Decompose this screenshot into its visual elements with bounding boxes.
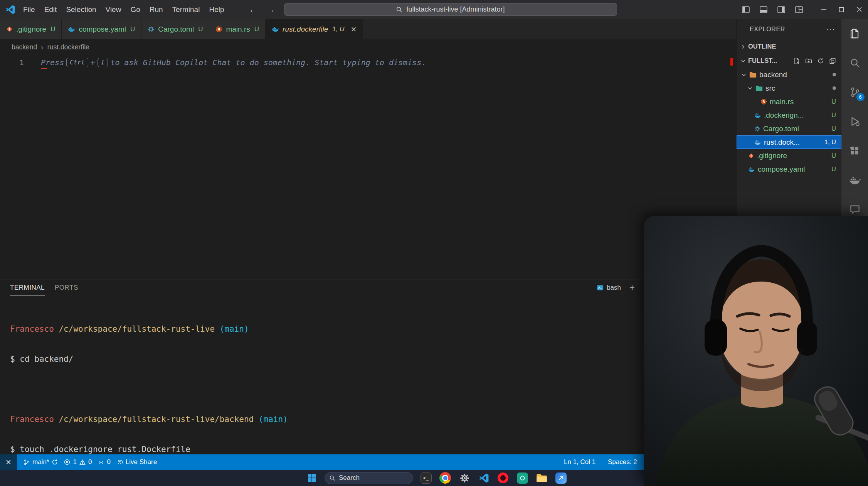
toggle-panel-icon[interactable] bbox=[759, 5, 768, 14]
vscode-app-icon[interactable] bbox=[477, 471, 490, 484]
breadcrumb: backend › rust.dockerfile bbox=[0, 39, 736, 55]
cursor-mark bbox=[41, 68, 47, 69]
tree-item-dockerignore[interactable]: .dockerign... U bbox=[737, 108, 841, 122]
opera-app-icon[interactable] bbox=[496, 471, 510, 484]
breadcrumb-file[interactable]: rust.dockerfile bbox=[47, 43, 89, 51]
tree-item-src[interactable]: src bbox=[737, 81, 841, 95]
collapse-all-icon[interactable] bbox=[829, 57, 836, 64]
refresh-icon[interactable] bbox=[817, 57, 824, 64]
tab-git-badge: U bbox=[198, 25, 203, 33]
start-button[interactable] bbox=[305, 471, 318, 484]
tab-compose-yaml[interactable]: compose.yaml U bbox=[62, 19, 141, 39]
green-app-icon[interactable] bbox=[516, 471, 529, 484]
git-badge: U bbox=[831, 152, 836, 159]
menu-help[interactable]: Help bbox=[204, 0, 229, 19]
blue-app-icon[interactable] bbox=[554, 471, 567, 484]
chat-icon[interactable] bbox=[848, 202, 862, 216]
svg-text:R: R bbox=[218, 27, 220, 31]
tab-label: rust.dockerfile bbox=[283, 25, 328, 34]
terminal-prompt-line: Francesco /c/workspace/fullstack-rust-li… bbox=[10, 414, 736, 424]
run-debug-icon[interactable] bbox=[848, 115, 862, 128]
terminal-app-icon[interactable]: >_ bbox=[419, 471, 432, 484]
tree-item-cargo-toml[interactable]: Cargo.toml U bbox=[737, 122, 841, 135]
command-center-search[interactable]: fullstack-rust-live [Administrator] bbox=[284, 3, 617, 16]
tab-terminal[interactable]: TERMINAL bbox=[10, 280, 45, 295]
new-terminal-icon[interactable]: + bbox=[629, 282, 635, 293]
customize-layout-icon[interactable] bbox=[795, 5, 803, 14]
menu-edit[interactable]: Edit bbox=[40, 0, 62, 19]
maximize-button[interactable] bbox=[833, 0, 850, 19]
svg-text:R: R bbox=[762, 100, 765, 104]
settings-gear-icon[interactable] bbox=[458, 471, 471, 484]
terminal-command-line: $ touch .dockerignore rust.Dockerfile bbox=[10, 444, 736, 454]
git-badge: U bbox=[831, 165, 836, 173]
outline-section-header[interactable]: OUTLINE bbox=[737, 39, 841, 54]
back-arrow-icon[interactable]: ← bbox=[245, 0, 261, 19]
tree-item-backend[interactable]: backend bbox=[737, 68, 841, 81]
tree-item-gitignore[interactable]: .gitignore U bbox=[737, 149, 841, 162]
ports-status[interactable]: 0 bbox=[98, 458, 110, 466]
overview-ruler-error-mark bbox=[730, 58, 733, 66]
rust-icon: R bbox=[760, 98, 767, 105]
branch-status[interactable]: main* bbox=[23, 458, 58, 466]
menu-selection[interactable]: Selection bbox=[61, 0, 101, 19]
cursor-position-status[interactable]: Ln 1, Col 1 bbox=[564, 458, 595, 466]
chrome-icon[interactable] bbox=[439, 471, 452, 484]
tree-item-compose-yaml[interactable]: compose.yaml U bbox=[737, 162, 841, 176]
menu-run[interactable]: Run bbox=[145, 0, 168, 19]
indentation-status[interactable]: Spaces: 2 bbox=[608, 458, 637, 466]
close-window-button[interactable] bbox=[850, 0, 868, 19]
taskbar-search[interactable]: Search bbox=[325, 472, 413, 484]
editor-area[interactable]: 1 Press Ctrl + I to ask GitHub Copilot C… bbox=[0, 55, 736, 280]
vscode-logo-icon bbox=[5, 5, 15, 15]
menu-go[interactable]: Go bbox=[126, 0, 145, 19]
file-explorer-icon[interactable] bbox=[535, 471, 548, 484]
minimize-button[interactable] bbox=[815, 0, 833, 19]
tree-item-rust-dockerfile[interactable]: rust.dock... 1, U bbox=[737, 135, 841, 149]
tab-gitignore[interactable]: .gitignore U bbox=[0, 19, 62, 39]
tree-item-main-rs[interactable]: R main.rs U bbox=[737, 95, 841, 108]
new-folder-icon[interactable] bbox=[805, 57, 812, 64]
warning-icon bbox=[79, 459, 86, 465]
search-icon[interactable] bbox=[848, 56, 862, 70]
tab-label: Cargo.toml bbox=[158, 25, 194, 34]
git-icon bbox=[6, 26, 13, 32]
tab-ports[interactable]: PORTS bbox=[55, 280, 78, 295]
git-badge: U bbox=[831, 125, 836, 132]
close-icon[interactable]: × bbox=[351, 25, 356, 33]
git-badge: U bbox=[831, 111, 836, 119]
search-icon bbox=[330, 475, 335, 481]
terminal-panel[interactable]: TERMINAL PORTS bash + ··· Francesco /c/w… bbox=[0, 280, 736, 454]
tab-cargo-toml[interactable]: Cargo.toml U bbox=[141, 19, 209, 39]
workspace-section-header[interactable]: FULLST... bbox=[737, 54, 841, 68]
new-file-icon[interactable] bbox=[793, 57, 800, 64]
toggle-secondary-sidebar-icon[interactable] bbox=[777, 5, 786, 14]
live-share-status[interactable]: Live Share bbox=[117, 458, 157, 466]
window-controls bbox=[742, 0, 868, 19]
source-control-icon[interactable]: 6 bbox=[848, 85, 862, 99]
menu-view[interactable]: View bbox=[101, 0, 126, 19]
tab-label: .gitignore bbox=[16, 25, 46, 34]
docker-icon bbox=[754, 139, 761, 145]
menu-file[interactable]: File bbox=[19, 0, 40, 19]
extensions-icon[interactable] bbox=[848, 144, 862, 158]
webcam-overlay bbox=[644, 216, 868, 486]
tab-problem-badge: 1, U bbox=[332, 25, 344, 33]
explorer-icon[interactable] bbox=[848, 27, 862, 40]
tab-main-rs[interactable]: R main.rs U bbox=[209, 19, 266, 39]
forward-arrow-icon[interactable]: → bbox=[263, 0, 279, 19]
remote-indicator[interactable] bbox=[0, 454, 17, 470]
shell-selector[interactable]: bash bbox=[597, 284, 621, 292]
tab-rust-dockerfile[interactable]: rust.dockerfile 1, U × bbox=[266, 19, 363, 39]
docker-icon bbox=[748, 166, 755, 172]
title-bar: File Edit Selection View Go Run Terminal… bbox=[0, 0, 868, 19]
docker-icon[interactable] bbox=[848, 173, 862, 187]
menu-terminal[interactable]: Terminal bbox=[168, 0, 205, 19]
problems-status[interactable]: 1 0 bbox=[64, 458, 92, 466]
copilot-ghost-text: Press Ctrl + I to ask GitHub Copilot Cha… bbox=[41, 58, 426, 67]
breadcrumb-folder[interactable]: backend bbox=[12, 43, 37, 51]
git-icon bbox=[748, 153, 754, 159]
panel-header: TERMINAL PORTS bash + ··· bbox=[0, 280, 736, 295]
toggle-sidebar-icon[interactable] bbox=[742, 5, 750, 14]
more-actions-icon[interactable]: ··· bbox=[826, 25, 835, 34]
